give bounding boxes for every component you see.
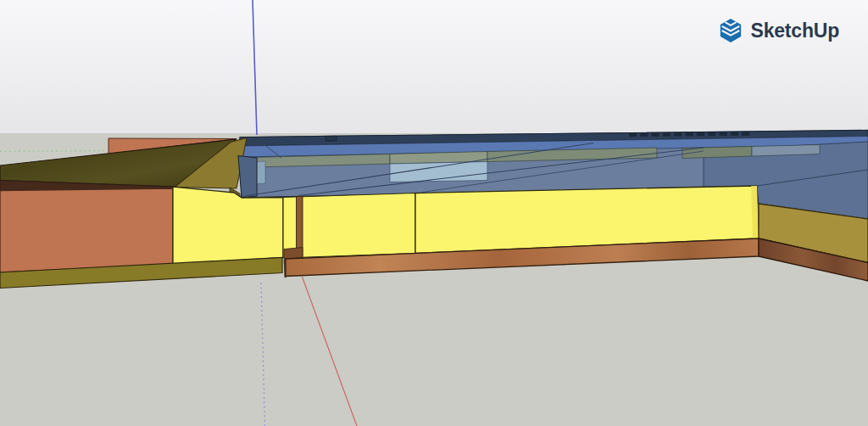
glass-mullion-tick [663, 132, 670, 137]
glass-left-end-face [238, 156, 257, 199]
salmon-wall-front [0, 188, 173, 272]
sketchup-logo-text: SketchUp [751, 21, 839, 41]
sketchup-logo: SketchUp [718, 17, 839, 44]
glass-mullion-tick [629, 133, 637, 137]
glass-mullion-tick [719, 132, 726, 136]
glass-mullion-tick [742, 132, 749, 136]
glass-notch [326, 136, 337, 141]
model-view-canvas[interactable] [0, 0, 868, 426]
glass-mullion-tick [674, 132, 682, 137]
sketchup-viewport[interactable]: SketchUp [0, 0, 868, 426]
glass-slate-band [752, 145, 820, 157]
pilaster-brown-flare [284, 248, 303, 260]
glass-mullion-tick [640, 132, 648, 137]
sketchup-cube-icon [718, 17, 743, 44]
yellow-wall-left [173, 187, 283, 265]
glass-mullion-tick [652, 132, 659, 137]
glass-mullion-tick [731, 132, 738, 136]
glass-mullion-tick [686, 132, 693, 137]
glass-mullion-tick [708, 132, 715, 137]
glass-mullion-tick [697, 132, 704, 137]
